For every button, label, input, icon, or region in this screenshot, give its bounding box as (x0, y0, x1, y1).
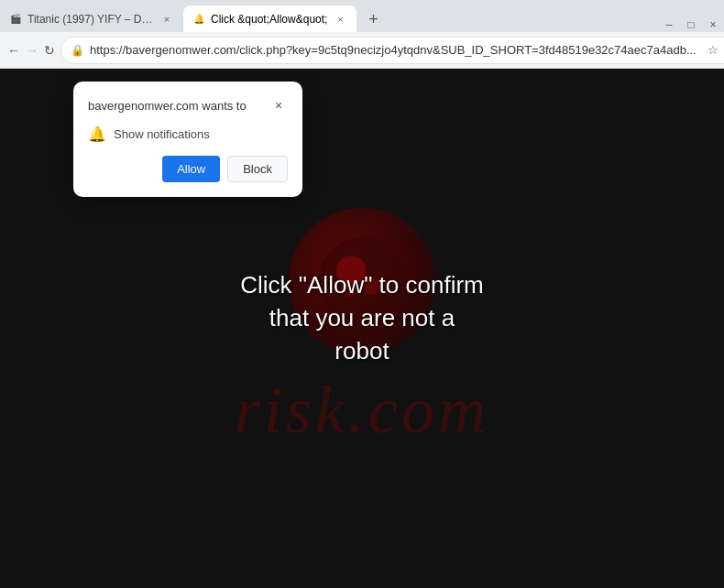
bookmark-button[interactable]: ☆ (702, 39, 724, 61)
address-actions: ☆ ⬇ (702, 39, 724, 61)
tab2-title: Click &quot;Allow&quot; (211, 13, 327, 26)
content-area: risk.com Click "Allow" to confirmthat yo… (0, 69, 724, 588)
tab2-close[interactable]: × (333, 12, 347, 27)
tab-inactive[interactable]: 🎬 Titanic (1997) YIFY – Downloadi × (0, 5, 183, 32)
permission-text: Show notifications (114, 127, 210, 141)
lock-icon: 🔒 (71, 44, 84, 57)
back-button[interactable]: ← (7, 38, 20, 63)
tab-active[interactable]: 🔔 Click &quot;Allow&quot; × (183, 5, 357, 32)
browser-window: 🎬 Titanic (1997) YIFY – Downloadi × 🔔 Cl… (0, 0, 724, 588)
tab2-favicon: 🔔 (192, 13, 205, 26)
window-controls: – □ × (662, 17, 724, 32)
close-button[interactable]: × (706, 17, 720, 32)
notification-popup: bavergenomwer.com wants to × 🔔 Show noti… (73, 82, 302, 197)
bell-icon: 🔔 (88, 125, 106, 143)
new-tab-button[interactable]: + (360, 6, 386, 32)
nav-bar: ← → ↻ 🔒 https://bavergenomwer.com/click.… (0, 32, 724, 69)
page-main-text: Click "Allow" to confirmthat you are not… (240, 268, 484, 368)
allow-button[interactable]: Allow (162, 156, 220, 182)
confirm-text: Click "Allow" to confirmthat you are not… (240, 271, 484, 365)
address-text: https://bavergenomwer.com/click.php?key=… (90, 43, 697, 57)
tab1-favicon: 🎬 (9, 13, 22, 26)
refresh-button[interactable]: ↻ (44, 38, 55, 63)
forward-button[interactable]: → (26, 38, 38, 63)
popup-site-name: bavergenomwer.com wants to (88, 99, 247, 113)
popup-permission-row: 🔔 Show notifications (88, 125, 288, 143)
minimize-button[interactable]: – (662, 17, 676, 32)
block-button[interactable]: Block (227, 156, 288, 182)
maximize-button[interactable]: □ (684, 17, 698, 32)
tab1-close[interactable]: × (159, 12, 174, 27)
tab1-title: Titanic (1997) YIFY – Downloadi (27, 13, 154, 26)
watermark-text: risk.com (235, 373, 489, 449)
tab-bar: 🎬 Titanic (1997) YIFY – Downloadi × 🔔 Cl… (0, 0, 724, 32)
popup-header: bavergenomwer.com wants to × (88, 96, 288, 114)
popup-buttons: Allow Block (88, 156, 288, 182)
address-bar[interactable]: 🔒 https://bavergenomwer.com/click.php?ke… (60, 37, 724, 64)
popup-close-button[interactable]: × (269, 96, 288, 114)
